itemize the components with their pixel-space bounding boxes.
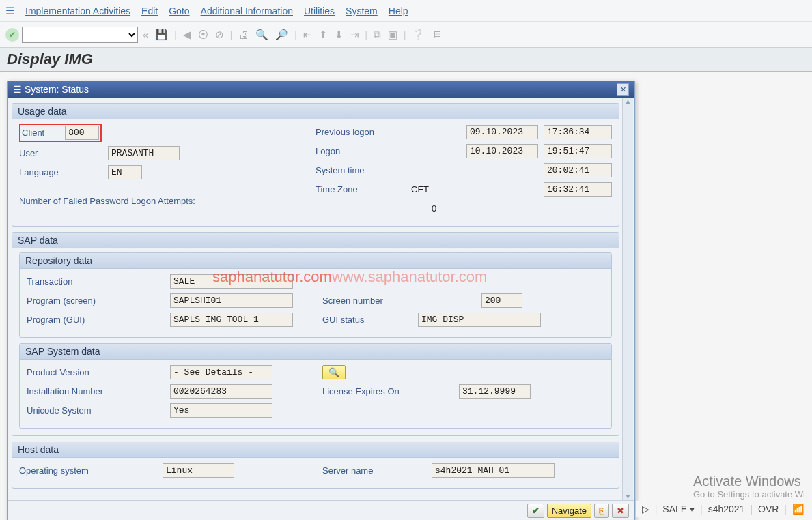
status-mode: OVR <box>758 504 779 515</box>
menu-edit[interactable]: Edit <box>141 5 158 16</box>
find-next-icon: 🔎 <box>273 29 290 41</box>
menu-utilities[interactable]: Utilities <box>304 5 335 16</box>
status-bar: ▷ | SALE ▾ | s4h2021 | OVR | 📶 <box>636 501 809 517</box>
screen-number-value <box>481 293 522 308</box>
other-button[interactable]: ⎘ <box>594 504 609 518</box>
prev-logon-label: Previous logon <box>316 127 411 137</box>
host-data-group: Host data Operating system Server name <box>12 442 619 489</box>
screen-number-label: Screen number <box>322 295 418 306</box>
cancel-x-icon: ✖ <box>617 506 624 516</box>
prev-logon-date <box>466 125 538 139</box>
repository-data-group: Repository data Transaction Program (scr… <box>19 252 612 338</box>
exit-icon: ⦿ <box>196 29 210 40</box>
app-toolbar: ✔ « 💾 | ◀ ⦿ ⊘ | 🖨 🔍 🔎 | ⇤ ⬆ ⬇ ⇥ | ⧉ ▣ | … <box>0 22 812 48</box>
installation-number-label: Installation Number <box>27 386 170 396</box>
usage-data-header: Usage data <box>12 104 619 119</box>
program-screen-value <box>170 293 293 308</box>
timezone-time <box>544 182 612 197</box>
page-title: Display IMG <box>0 48 812 72</box>
sap-menu-icon[interactable]: ☰ <box>5 5 14 17</box>
details-button[interactable]: 🔍 <box>322 365 346 379</box>
dialog-icon: ☰ <box>13 84 25 95</box>
unicode-label: Unicode System <box>27 405 170 416</box>
scrollbar[interactable]: ▲ ▼ <box>622 98 633 500</box>
product-version-value <box>170 365 272 379</box>
first-page-icon: ⇤ <box>301 29 314 41</box>
server-name-label: Server name <box>322 465 432 476</box>
find-icon: 🔍 <box>253 29 270 41</box>
server-name-value <box>432 463 555 478</box>
print-icon: 🖨 <box>236 29 251 40</box>
menu-system[interactable]: System <box>346 5 378 16</box>
language-label: Language <box>19 167 108 177</box>
cancel-icon: ⊘ <box>213 29 226 41</box>
cancel-button[interactable]: ✖ <box>612 504 629 518</box>
prev-logon-time <box>544 125 612 139</box>
status-expand-icon[interactable]: ▷ <box>642 504 649 515</box>
scroll-down-icon[interactable]: ▼ <box>625 493 632 500</box>
sap-data-header: SAP data <box>12 233 619 248</box>
repository-data-header: Repository data <box>20 253 611 269</box>
installation-number-value <box>170 384 272 399</box>
next-page-icon: ⬇ <box>333 29 346 41</box>
main-menu: ☰ Implementation Activities Edit Goto Ad… <box>0 0 812 22</box>
dialog-title-text: System: Status <box>25 84 89 95</box>
navigate-button[interactable]: Navigate <box>547 504 591 518</box>
help-icon: ❔ <box>410 29 427 41</box>
program-screen-label: Program (screen) <box>27 295 170 306</box>
shortcut-icon: ▣ <box>386 29 400 41</box>
new-session-icon: ⧉ <box>372 29 383 41</box>
timezone-label: Time Zone <box>316 184 411 194</box>
close-icon[interactable]: ✕ <box>617 83 629 96</box>
logon-date <box>466 144 538 158</box>
dialog-titlebar: ☰ System: Status ✕ <box>8 81 634 98</box>
command-field[interactable] <box>22 27 138 43</box>
system-status-dialog: ☰ System: Status ✕ ▲ ▼ Usage data Client <box>7 81 635 520</box>
sap-system-data-group: SAP System data Product Version Installa… <box>19 343 612 429</box>
check-icon: ✔ <box>532 506 540 516</box>
system-time-value <box>544 163 612 177</box>
license-value <box>459 384 531 399</box>
failed-attempts-label: Number of Failed Password Logon Attempts… <box>19 196 195 206</box>
system-time-label: System time <box>316 165 411 175</box>
back-nav-icon: ◀ <box>181 29 193 41</box>
program-gui-value <box>170 313 293 327</box>
scroll-up-icon[interactable]: ▲ <box>625 98 632 105</box>
back-icon: « <box>141 29 150 40</box>
prev-page-icon: ⬆ <box>317 29 330 41</box>
confirm-button[interactable]: ✔ <box>527 504 544 518</box>
menu-goto[interactable]: Goto <box>169 5 189 16</box>
product-version-label: Product Version <box>27 367 170 377</box>
menu-help[interactable]: Help <box>389 5 408 16</box>
dialog-footer: ✔ Navigate ⎘ ✖ <box>8 500 634 520</box>
menu-implementation-activities[interactable]: Implementation Activities <box>25 5 130 16</box>
goto-icon: ⎘ <box>599 506 604 516</box>
client-highlight: Client <box>19 124 102 142</box>
os-label: Operating system <box>19 465 163 476</box>
unicode-value <box>170 403 272 418</box>
logon-label: Logon <box>316 146 411 156</box>
transaction-value <box>170 274 293 289</box>
dialog-body: ▲ ▼ Usage data Client User <box>8 98 634 500</box>
layout-icon: 🖥 <box>430 29 444 40</box>
last-page-icon: ⇥ <box>348 29 361 41</box>
logon-time <box>544 144 612 158</box>
program-gui-label: Program (GUI) <box>27 315 170 325</box>
license-label: License Expires On <box>322 386 459 396</box>
failed-attempts-value: 0 <box>432 203 436 214</box>
sap-system-data-header: SAP System data <box>20 344 611 360</box>
host-data-header: Host data <box>12 442 619 458</box>
menu-additional-information[interactable]: Additional Information <box>201 5 293 16</box>
status-tcode[interactable]: SALE ▾ <box>662 504 695 515</box>
status-system: s4h2021 <box>708 504 745 515</box>
user-value <box>108 146 180 160</box>
client-label: Client <box>22 128 44 138</box>
sap-data-group: SAP data Repository data Transaction Pro… <box>12 232 619 436</box>
activate-windows-watermark: Activate Windows Go to Settings to activ… <box>693 474 805 500</box>
client-value <box>65 126 99 140</box>
status-signal-icon: 📶 <box>792 504 804 515</box>
os-value <box>163 463 234 478</box>
user-label: User <box>19 148 108 158</box>
usage-data-group: Usage data Client User Language <box>12 103 619 227</box>
enter-icon[interactable]: ✔ <box>5 28 19 42</box>
